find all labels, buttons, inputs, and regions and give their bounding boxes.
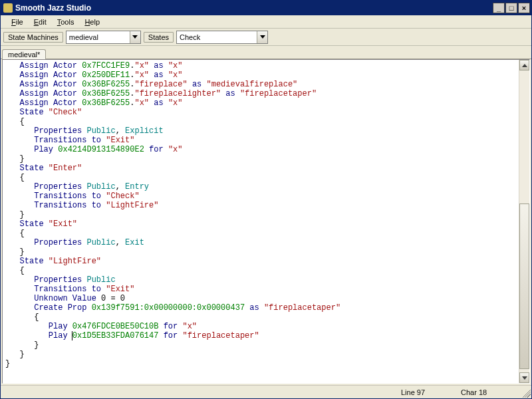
- combo-states-value: Check: [177, 33, 257, 41]
- window-controls: _ □ ×: [492, 3, 530, 13]
- status-char: Char 18: [458, 388, 518, 397]
- titlebar: Smooth Jazz Studio _ □ ×: [1, 1, 531, 15]
- menu-edit[interactable]: Edit: [29, 17, 52, 27]
- combo-states[interactable]: Check: [176, 31, 268, 44]
- editor-area: Assign Actor 0x7FCC1FE9."x" as "x" Assig…: [1, 59, 531, 385]
- label-state-machines: State Machines: [3, 32, 63, 43]
- chevron-down-icon[interactable]: [130, 31, 140, 43]
- scroll-track[interactable]: [519, 70, 529, 372]
- editor-border: Assign Actor 0x7FCC1FE9."x" as "x" Assig…: [2, 59, 530, 384]
- combo-state-machines[interactable]: medieval: [66, 31, 141, 44]
- tab-document[interactable]: medieval*: [2, 49, 46, 59]
- vertical-scrollbar[interactable]: [519, 60, 529, 383]
- menubar: File Edit Tools Help: [1, 15, 531, 29]
- close-icon: ×: [522, 5, 526, 12]
- combo-state-machines-value: medieval: [66, 33, 130, 41]
- close-button[interactable]: ×: [518, 3, 530, 13]
- code-editor[interactable]: Assign Actor 0x7FCC1FE9."x" as "x" Assig…: [3, 60, 519, 383]
- minimize-icon: _: [497, 5, 501, 12]
- menu-file[interactable]: File: [6, 17, 29, 27]
- status-line: Line 97: [398, 388, 458, 397]
- maximize-icon: □: [509, 5, 514, 12]
- app-window: Smooth Jazz Studio _ □ × File Edit Tools…: [0, 0, 532, 399]
- scroll-thumb[interactable]: [519, 203, 529, 370]
- minimize-button[interactable]: _: [493, 3, 505, 13]
- scroll-down-button[interactable]: [519, 372, 529, 383]
- menu-tools[interactable]: Tools: [52, 17, 80, 27]
- statusbar: Line 97 Char 18: [1, 385, 531, 398]
- maximize-button[interactable]: □: [505, 3, 517, 13]
- window-title: Smooth Jazz Studio: [15, 3, 492, 13]
- menu-help[interactable]: Help: [79, 17, 105, 27]
- toolbar: State Machines medieval States Check: [1, 29, 531, 46]
- chevron-down-icon[interactable]: [257, 31, 267, 43]
- label-states: States: [144, 32, 174, 43]
- scroll-up-button[interactable]: [519, 60, 529, 70]
- tabstrip: medieval*: [1, 46, 531, 59]
- app-icon: [3, 3, 13, 13]
- resize-grip-icon[interactable]: [520, 387, 531, 398]
